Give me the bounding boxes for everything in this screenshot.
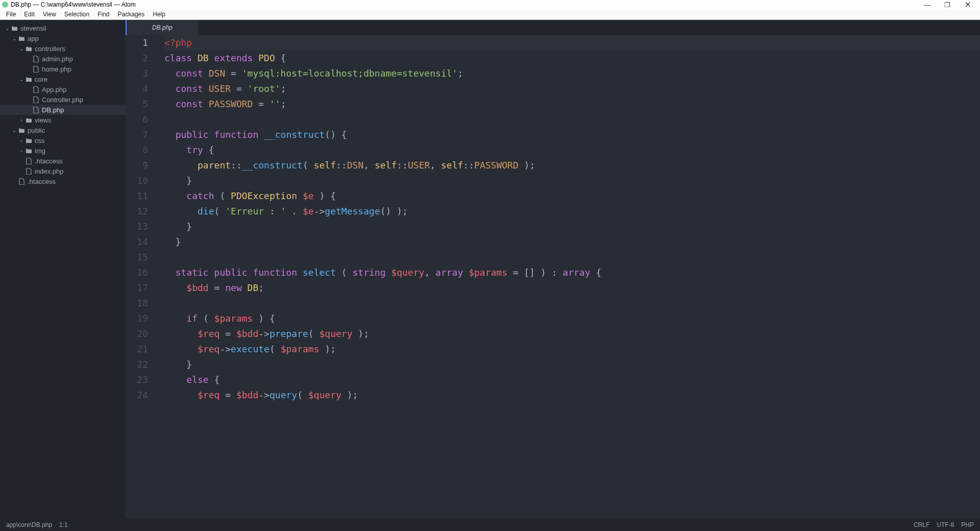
disclosure-icon[interactable]: ⌄ xyxy=(11,128,17,133)
code-line[interactable]: $bdd = new DB; xyxy=(164,280,980,296)
tree-file-app-php[interactable]: App.php xyxy=(0,84,126,94)
line-number[interactable]: 7 xyxy=(126,127,148,142)
tree-folder-controllers[interactable]: ⌄controllers xyxy=(0,43,126,54)
line-number[interactable]: 24 xyxy=(126,388,148,403)
code-line[interactable] xyxy=(164,112,980,127)
file-icon xyxy=(32,107,40,113)
code-editor[interactable]: 123456789101112131415161718192021222324 … xyxy=(126,35,980,518)
line-number[interactable]: 18 xyxy=(126,296,148,311)
code-line[interactable]: $req->execute( $params ); xyxy=(164,342,980,357)
code-line[interactable]: else { xyxy=(164,372,980,388)
project-tree[interactable]: ⌄stevensil⌄app⌄controllersadmin.phphome.… xyxy=(0,20,126,518)
menu-selection[interactable]: Selection xyxy=(60,10,93,19)
status-cursor-position[interactable]: 1:1 xyxy=(59,521,68,528)
disclosure-icon[interactable]: ⌄ xyxy=(18,46,24,52)
line-number[interactable]: 2 xyxy=(126,51,148,66)
tree-file-controller-php[interactable]: Controller.php xyxy=(0,94,126,105)
code-line[interactable]: $req = $bdd->query( $query ); xyxy=(164,388,980,403)
line-number[interactable]: 16 xyxy=(126,265,148,280)
line-number[interactable]: 1 xyxy=(126,35,148,51)
line-number[interactable]: 12 xyxy=(126,204,148,219)
tab-db-php[interactable]: DB.php xyxy=(126,20,198,35)
line-number[interactable]: 8 xyxy=(126,142,148,158)
tree-folder-public[interactable]: ⌄public xyxy=(0,125,126,135)
tree-folder-css[interactable]: ›css xyxy=(0,135,126,146)
menu-file[interactable]: File xyxy=(2,10,20,19)
line-number[interactable]: 13 xyxy=(126,219,148,234)
disclosure-icon[interactable]: › xyxy=(18,117,24,123)
disclosure-icon[interactable]: ⌄ xyxy=(18,77,24,82)
code-line[interactable]: if ( $params ) { xyxy=(164,311,980,326)
folder-icon xyxy=(24,148,33,154)
status-encoding[interactable]: UTF-8 xyxy=(937,521,954,528)
code-line[interactable]: const DSN = 'mysql:host=localhost;dbname… xyxy=(164,66,980,81)
code-line[interactable]: } xyxy=(164,219,980,234)
menu-help[interactable]: Help xyxy=(149,10,169,19)
line-number[interactable]: 9 xyxy=(126,158,148,173)
tree-item-label: views xyxy=(35,116,52,124)
tree-folder-app[interactable]: ⌄app xyxy=(0,33,126,43)
tree-file-index-php[interactable]: index.php xyxy=(0,166,126,176)
code-area[interactable]: <?phpclass DB extends PDO { const DSN = … xyxy=(156,35,980,518)
menu-find[interactable]: Find xyxy=(93,10,113,19)
line-number[interactable]: 21 xyxy=(126,342,148,357)
line-number[interactable]: 11 xyxy=(126,188,148,204)
line-number[interactable]: 15 xyxy=(126,250,148,265)
line-number[interactable]: 20 xyxy=(126,326,148,342)
code-line[interactable] xyxy=(164,296,980,311)
code-line[interactable]: } xyxy=(164,357,980,372)
code-line[interactable]: catch ( PDOException $e ) { xyxy=(164,188,980,204)
line-number[interactable]: 23 xyxy=(126,372,148,388)
window-maximize-button[interactable]: ❐ xyxy=(937,1,958,9)
disclosure-icon[interactable]: ⌄ xyxy=(4,26,10,31)
status-eol[interactable]: CRLF xyxy=(914,521,929,528)
line-number[interactable]: 22 xyxy=(126,357,148,372)
code-line[interactable]: parent::__construct( self::DSN, self::US… xyxy=(164,158,980,173)
disclosure-icon[interactable]: › xyxy=(18,148,24,154)
tree-item-label: home.php xyxy=(42,65,71,73)
line-number[interactable]: 5 xyxy=(126,96,148,112)
code-line[interactable]: <?php xyxy=(164,35,980,51)
line-number[interactable]: 17 xyxy=(126,280,148,296)
tree-item-label: Controller.php xyxy=(42,96,83,104)
disclosure-icon[interactable]: ⌄ xyxy=(11,36,17,41)
tree-file-admin-php[interactable]: admin.php xyxy=(0,54,126,64)
line-number[interactable]: 10 xyxy=(126,173,148,188)
menu-view[interactable]: View xyxy=(39,10,60,19)
code-line[interactable]: const PASSWORD = ''; xyxy=(164,96,980,112)
menu-packages[interactable]: Packages xyxy=(114,10,149,19)
code-line[interactable]: } xyxy=(164,234,980,250)
code-line[interactable]: } xyxy=(164,173,980,188)
code-line[interactable]: try { xyxy=(164,142,980,158)
code-line[interactable] xyxy=(164,250,980,265)
menu-edit[interactable]: Edit xyxy=(20,10,39,19)
tree-folder-core[interactable]: ⌄core xyxy=(0,74,126,84)
tree-file--htaccess[interactable]: .htaccess xyxy=(0,176,126,186)
code-line[interactable]: public function __construct() { xyxy=(164,127,980,142)
tree-item-label: .htaccess xyxy=(28,178,56,185)
window-minimize-button[interactable]: — xyxy=(917,1,937,9)
tree-folder-img[interactable]: ›img xyxy=(0,146,126,156)
window-close-button[interactable]: ✕ xyxy=(958,0,978,9)
tree-file-db-php[interactable]: DB.php xyxy=(0,105,126,115)
tree-file-home-php[interactable]: home.php xyxy=(0,64,126,74)
status-language[interactable]: PHP xyxy=(961,521,974,528)
code-line[interactable]: die( 'Erreur : ' . $e->getMessage() ); xyxy=(164,204,980,219)
tree-folder-stevensil[interactable]: ⌄stevensil xyxy=(0,23,126,33)
line-number[interactable]: 3 xyxy=(126,66,148,81)
folder-icon xyxy=(24,77,33,82)
line-number[interactable]: 6 xyxy=(126,112,148,127)
disclosure-icon[interactable]: › xyxy=(18,138,24,143)
line-number[interactable]: 19 xyxy=(126,311,148,326)
code-line[interactable]: $req = $bdd->prepare( $query ); xyxy=(164,326,980,342)
code-line[interactable]: class DB extends PDO { xyxy=(164,51,980,66)
line-number[interactable]: 14 xyxy=(126,234,148,250)
code-line[interactable]: const USER = 'root'; xyxy=(164,81,980,96)
code-line[interactable]: static public function select ( string $… xyxy=(164,265,980,280)
tree-folder-views[interactable]: ›views xyxy=(0,115,126,125)
editor-pane: DB.php 123456789101112131415161718192021… xyxy=(126,20,980,518)
tree-file--htaccess[interactable]: .htaccess xyxy=(0,156,126,166)
status-path[interactable]: app\core\DB.php xyxy=(6,521,52,528)
file-icon xyxy=(32,66,40,73)
line-number[interactable]: 4 xyxy=(126,81,148,96)
